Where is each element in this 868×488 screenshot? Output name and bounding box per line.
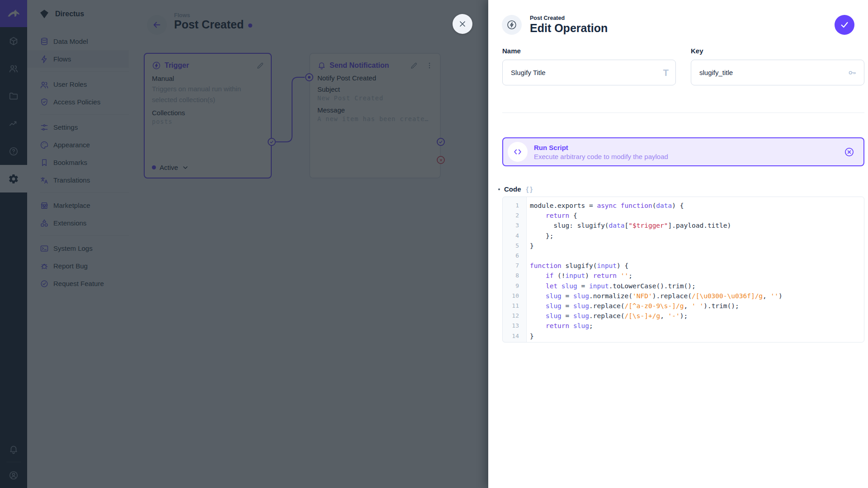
code-field-label: Code	[504, 185, 521, 193]
braces-icon: {}	[526, 185, 534, 193]
code-editor[interactable]: 1module.exports = async function(data) {…	[502, 197, 864, 343]
app: Directus Data ModelFlowsUser RolesAccess…	[0, 0, 868, 488]
key-input[interactable]	[691, 60, 864, 85]
close-drawer-button[interactable]	[453, 14, 472, 34]
edited-dot	[498, 188, 500, 190]
close-icon	[458, 19, 467, 28]
code-line: 2 return {	[503, 211, 864, 221]
code-line: 1module.exports = async function(data) {	[503, 201, 864, 211]
line-number: 13	[503, 321, 523, 331]
edit-operation-drawer: Post Created Edit Operation Name T Key	[488, 0, 868, 488]
code-line: 3 slug: slugify(data["$trigger"].payload…	[503, 221, 864, 230]
code-line: 7function slugify(input) {	[503, 261, 864, 271]
key-label: Key	[691, 47, 864, 55]
drawer-title: Edit Operation	[530, 22, 868, 35]
line-number: 10	[503, 291, 523, 301]
code-line: 4 };	[503, 231, 864, 241]
code-line: 8 if (!input) return '';	[503, 271, 864, 281]
code-line: 5}	[503, 241, 864, 251]
operation-type-subtitle: Execute arbitrary code to modify the pay…	[534, 153, 838, 160]
section-divider	[502, 113, 864, 113]
operation-bolt-icon	[502, 15, 522, 35]
name-label: Name	[502, 47, 676, 55]
code-line: 14}	[503, 331, 864, 341]
operation-type-title: Run Script	[534, 144, 838, 151]
line-number: 2	[503, 211, 523, 221]
name-input[interactable]	[502, 60, 676, 85]
line-number: 9	[503, 281, 523, 291]
code-line: 12 slug = slug.replace(/[\s-]+/g, '-');	[503, 311, 864, 321]
line-number: 4	[503, 231, 523, 241]
line-number: 11	[503, 301, 523, 311]
save-button[interactable]	[835, 15, 854, 35]
line-number: 5	[503, 241, 523, 251]
code-line: 6	[503, 251, 864, 261]
drawer-overlay[interactable]	[0, 0, 488, 488]
title-formatter-icon: T	[663, 67, 669, 78]
code-line: 11 slug = slug.replace(/[^a-z0-9\s-]/g, …	[503, 301, 864, 311]
operation-type-banner[interactable]: Run Script Execute arbitrary code to mod…	[502, 137, 864, 166]
line-number: 8	[503, 271, 523, 281]
drawer-breadcrumb: Post Created	[530, 15, 868, 21]
line-number: 12	[503, 311, 523, 321]
line-number: 3	[503, 221, 523, 230]
code-line: 9 let slug = input.toLowerCase().trim();	[503, 281, 864, 291]
line-number: 6	[503, 251, 523, 261]
line-number: 1	[503, 201, 523, 211]
code-icon	[508, 142, 528, 162]
code-line: 10 slug = slug.normalize('NFD').replace(…	[503, 291, 864, 301]
deselect-operation-button[interactable]	[844, 147, 854, 157]
line-number: 14	[503, 331, 523, 341]
line-number: 7	[503, 261, 523, 271]
key-icon	[847, 68, 857, 78]
code-line: 13 return slug;	[503, 321, 864, 331]
